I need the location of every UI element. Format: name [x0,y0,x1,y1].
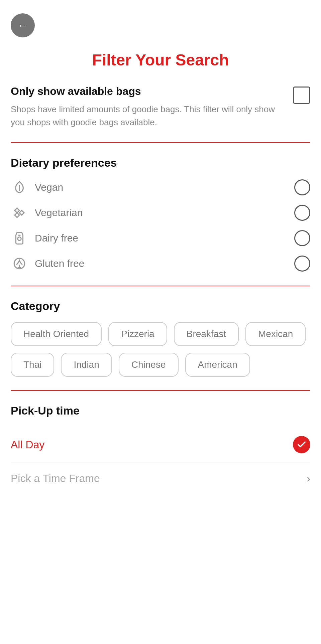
vegetarian-radio[interactable] [294,205,310,221]
dietary-item-vegan: Vegan [11,179,310,196]
gluten-free-radio[interactable] [294,256,310,272]
vegetarian-icon [11,204,28,221]
pickup-section-title: Pick-Up time [11,404,310,417]
dietary-section-title: Dietary preferences [11,156,310,169]
page-title: Filter Your Search [11,51,310,69]
pickup-all-day-label: All Day [11,439,44,451]
dietary-section: Dietary preferences Vegan Vegeta [0,156,321,272]
pickup-time-frame-row[interactable]: Pick a Time Frame › [0,463,321,494]
dairy-free-icon [11,229,28,247]
chevron-right-icon: › [307,472,310,485]
available-bags-text: Only show available bags Shops have limi… [11,85,293,129]
back-arrow-icon: ← [17,20,28,31]
category-tag-american[interactable]: American [185,353,250,377]
pickup-time-frame-label: Pick a Time Frame [11,472,100,485]
back-button[interactable]: ← [11,13,35,37]
divider-2 [11,286,310,286]
dietary-item-dairy-free: Dairy free [11,229,310,247]
available-bags-title: Only show available bags [11,85,280,98]
vegan-radio[interactable] [294,179,310,195]
available-bags-description: Shops have limited amounts of goodie bag… [11,103,280,129]
category-tag-pizzeria[interactable]: Pizzeria [108,322,167,346]
svg-point-0 [18,237,21,241]
category-tags-container: Health Oriented Pizzeria Breakfast Mexic… [11,322,310,377]
all-day-check-icon [293,436,310,453]
pickup-all-day-row[interactable]: All Day [0,427,321,463]
vegan-label: Vegan [35,182,63,193]
divider-1 [11,142,310,143]
vegan-icon [11,179,28,196]
category-tag-mexican[interactable]: Mexican [245,322,306,346]
pickup-section: Pick-Up time [0,404,321,417]
vegetarian-label: Vegetarian [35,207,83,218]
divider-3 [11,390,310,391]
available-bags-section: Only show available bags Shops have limi… [0,85,321,129]
category-section: Category Health Oriented Pizzeria Breakf… [0,300,321,377]
dietary-item-vegetarian: Vegetarian [11,204,310,221]
category-tag-health-oriented[interactable]: Health Oriented [11,322,102,346]
dietary-item-gluten-free: Gluten free [11,255,310,272]
gluten-free-icon [11,255,28,272]
category-tag-indian[interactable]: Indian [61,353,112,377]
category-tag-thai[interactable]: Thai [11,353,54,377]
category-tag-breakfast[interactable]: Breakfast [174,322,239,346]
dairy-free-label: Dairy free [35,232,78,244]
category-tag-chinese[interactable]: Chinese [119,353,179,377]
available-bags-checkbox[interactable] [293,87,310,104]
dairy-free-radio[interactable] [294,230,310,246]
category-section-title: Category [11,300,310,313]
gluten-free-label: Gluten free [35,258,84,269]
